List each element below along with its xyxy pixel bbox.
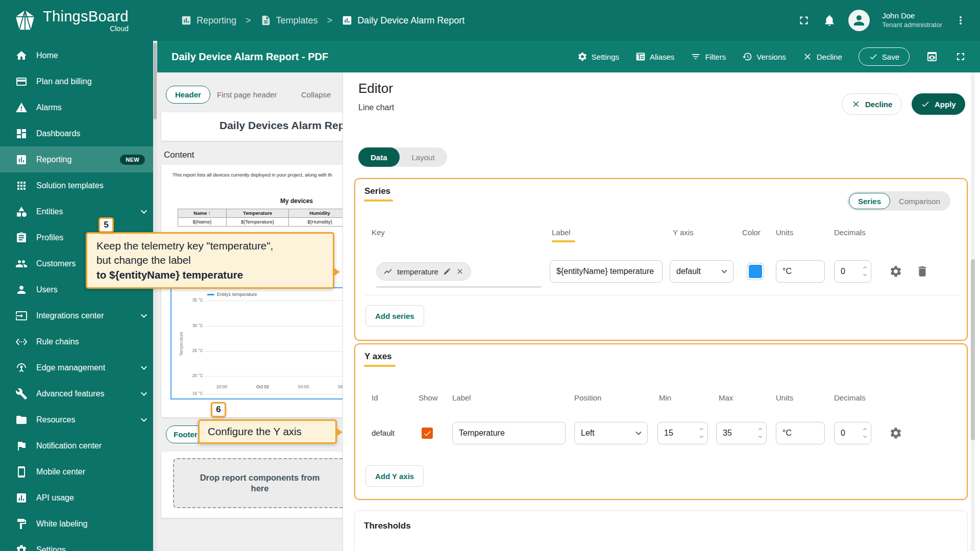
sidebar-item-dashboards[interactable]: Dashboards — [0, 120, 157, 146]
chart-preview-selected[interactable]: Entity1 temperature 35 °C 30 °C 25 °C 20… — [170, 287, 343, 399]
stepper-down-icon[interactable] — [698, 433, 705, 440]
axis-show-checkbox[interactable] — [422, 428, 433, 439]
sidebar-item-entities[interactable]: Entities — [0, 198, 157, 224]
tab-collapse[interactable]: Collapse — [301, 90, 331, 99]
sidebar-item-api-usage[interactable]: API usage — [0, 485, 157, 511]
brand[interactable]: ThingsBoard Cloud — [0, 9, 148, 33]
dropzone-text: Drop report components from here — [196, 472, 324, 494]
breadcrumb-item-current-report[interactable]: Daily Device Alarm Report — [341, 15, 464, 26]
sidebar-scrollbar-thumb[interactable] — [154, 43, 157, 119]
apply-button[interactable]: Apply — [912, 93, 965, 115]
tab-data[interactable]: Data — [358, 147, 400, 167]
editor-panel: Editor Line chart Decline Apply Data Lay… — [343, 72, 980, 551]
sidebar-item-white-labeling[interactable]: White labeling — [0, 511, 157, 537]
axis-position-select[interactable]: Left — [574, 422, 648, 444]
axis-label-input[interactable] — [452, 422, 566, 444]
tab-layout[interactable]: Layout — [400, 147, 447, 167]
stepper-up-icon[interactable] — [861, 264, 869, 271]
axis-decimals-field — [834, 422, 871, 444]
sidebar-item-alarms[interactable]: Alarms — [0, 94, 157, 120]
sidebar-item-reporting[interactable]: Reporting NEW — [0, 146, 157, 172]
decline-button[interactable]: Decline — [842, 93, 902, 115]
stepper-up-icon[interactable] — [698, 425, 705, 433]
versions-button[interactable]: Versions — [742, 52, 786, 62]
stepper-up-icon[interactable] — [756, 425, 764, 433]
sidebar-item-rule-chains[interactable]: Rule chains — [0, 329, 157, 355]
avatar[interactable] — [848, 10, 870, 31]
edge-management-icon — [15, 362, 28, 374]
series-color-swatch[interactable] — [747, 263, 764, 280]
pdf-preview-icon[interactable] — [926, 51, 938, 63]
breadcrumb-item-templates[interactable]: Templates — [260, 15, 318, 26]
fullscreen-icon[interactable] — [797, 14, 811, 27]
tab-header-chip[interactable]: Header — [166, 86, 210, 104]
decline-label: Decline — [817, 53, 842, 61]
tab-first-page-header[interactable]: First page header — [217, 90, 277, 99]
reporting-icon — [181, 15, 192, 26]
save-button[interactable]: Save — [859, 47, 910, 66]
editor-subtitle: Line chart — [358, 103, 394, 112]
axis-position-value: Left — [581, 429, 595, 438]
filter-icon — [691, 52, 701, 62]
y-tick: 25 °C — [184, 348, 203, 353]
table-header-name[interactable]: Name ↑ — [178, 209, 227, 218]
stepper-down-icon[interactable] — [861, 433, 869, 440]
series-key-chip[interactable]: temperature — [376, 262, 471, 281]
y-axes-heading: Y axes — [364, 352, 392, 362]
report-footer-block[interactable]: Drop report components from here — [161, 452, 343, 518]
series-settings-gear-icon[interactable] — [889, 265, 902, 278]
report-header-block[interactable]: Daily Devices Alarm Report — [161, 112, 343, 141]
y-axes-highlight-underline — [364, 365, 396, 367]
sidebar-item-mobile-center[interactable]: Mobile center — [0, 459, 157, 485]
step-6-callout: Configure the Y axis — [198, 419, 337, 444]
decline-toolbar-button[interactable]: Decline — [802, 52, 842, 62]
dropzone[interactable]: Drop report components from here — [173, 458, 343, 508]
step-5-text: Keep the telemetry key "temperature", bu… — [96, 240, 273, 266]
filters-button[interactable]: Filters — [691, 52, 726, 62]
add-series-button[interactable]: Add series — [365, 305, 424, 327]
brand-text: ThingsBoard Cloud — [43, 9, 129, 33]
stepper-down-icon[interactable] — [756, 433, 764, 440]
sidebar-item-settings[interactable]: Settings — [0, 537, 157, 551]
breadcrumb-item-reporting[interactable]: Reporting — [181, 15, 236, 26]
report-content-block[interactable]: This report lists all devices currently … — [161, 165, 343, 417]
aliases-button[interactable]: Aliases — [635, 52, 674, 62]
sidebar-item-integrations-center[interactable]: Integrations center — [0, 303, 157, 329]
toggle-series[interactable]: Series — [849, 193, 890, 209]
sidebar-item-advanced-features[interactable]: Advanced features — [0, 381, 157, 407]
stepper-down-icon[interactable] — [861, 271, 869, 279]
kebab-menu-icon[interactable] — [954, 14, 967, 27]
axis-units-input[interactable] — [776, 422, 825, 444]
stepper-up-icon[interactable] — [861, 425, 869, 433]
sidebar-item-label: API usage — [36, 493, 150, 503]
table-header-humidity[interactable]: Humidity — [289, 209, 343, 218]
remove-key-icon[interactable] — [456, 267, 464, 276]
sidebar-item-notification-center[interactable]: Notification center — [0, 433, 157, 459]
history-icon — [742, 52, 752, 62]
fullscreen-icon[interactable] — [954, 51, 967, 63]
y-axis-select[interactable]: default — [670, 260, 733, 283]
sidebar-item-solution-templates[interactable]: Solution templates — [0, 172, 157, 198]
sidebar-item-plan-and-billing[interactable]: Plan and billing — [0, 68, 157, 94]
axis-settings-gear-icon[interactable] — [889, 427, 902, 440]
customers-icon — [15, 258, 28, 270]
key-field-underline — [376, 287, 542, 287]
table-header-temperature[interactable]: Temperature — [227, 209, 289, 218]
editor-scrollbar-thumb[interactable] — [971, 259, 975, 440]
sidebar-item-resources[interactable]: Resources — [0, 407, 157, 433]
settings-label: Settings — [592, 53, 619, 61]
sidebar-item-home[interactable]: Home — [0, 42, 157, 68]
add-y-axis-button[interactable]: Add Y axis — [365, 465, 424, 487]
toggle-comparison[interactable]: Comparison — [890, 193, 949, 209]
notifications-bell-icon[interactable] — [823, 14, 836, 27]
y-tick: 15 °C — [184, 391, 203, 396]
sidebar: Home Plan and billing Alarms Dashboards … — [0, 41, 157, 551]
delete-series-trash-icon[interactable] — [916, 265, 929, 278]
check-icon — [869, 52, 878, 61]
editor-title: Editor — [358, 81, 393, 96]
series-units-input[interactable] — [776, 260, 825, 283]
settings-button[interactable]: Settings — [577, 52, 619, 62]
edit-icon[interactable] — [443, 267, 451, 276]
series-label-input[interactable] — [550, 260, 663, 283]
sidebar-item-edge-management[interactable]: Edge management — [0, 355, 157, 381]
